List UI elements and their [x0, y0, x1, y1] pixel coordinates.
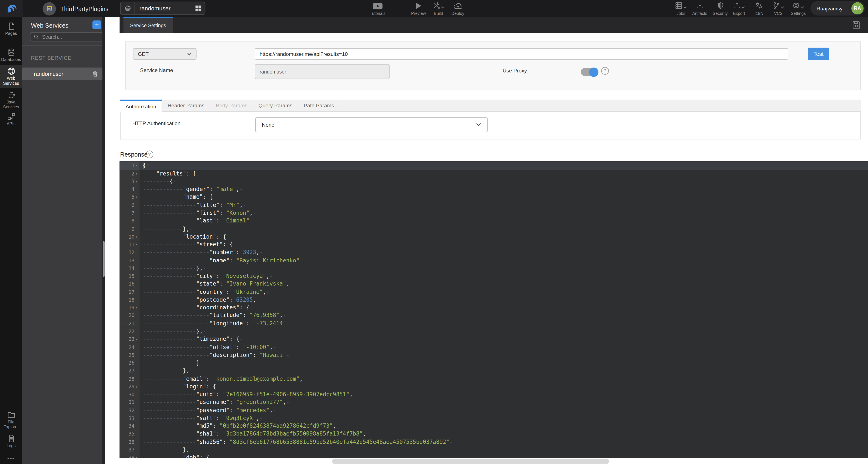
sidebar-overflow-button[interactable]: ••• [0, 456, 22, 462]
web-services-panel: Web Services + REST SERVICE randomuser [22, 17, 103, 464]
code-line: 25--------------------"description": "Ha… [120, 351, 868, 359]
sidebar-item-web-services[interactable]: Web Services [0, 65, 22, 88]
code-line: 1▾{- [120, 162, 868, 170]
code-line: 15----------------"city": "Novoselicya",… [120, 272, 868, 280]
code-line: 19▾----------------"coordinates": {- [120, 304, 868, 312]
tab-path-params[interactable]: Path Params [297, 100, 340, 112]
grid-icon[interactable] [195, 5, 201, 11]
service-list-item[interactable]: randomuser [22, 68, 103, 80]
tutorials-button[interactable]: Tutorials [362, 1, 394, 16]
user-name: Raajvamsy [816, 5, 842, 11]
use-proxy-label: Use Proxy [503, 68, 527, 74]
trash-icon[interactable] [92, 70, 98, 77]
fold-arrow-icon: ▾ [134, 241, 138, 248]
code-line: 23▾----------------"timezone": {- [120, 335, 868, 343]
folder-icon [0, 411, 22, 419]
avatar: RA [851, 2, 864, 14]
top-bar: ThirdPartyPlugins randomuser [0, 0, 868, 17]
service-name-input[interactable] [255, 64, 390, 79]
project-switcher[interactable]: ThirdPartyPlugins [43, 0, 133, 17]
chevron-down-icon [800, 6, 804, 9]
chevron-down-icon [187, 52, 191, 56]
project-name: ThirdPartyPlugins [60, 5, 108, 12]
hammer-wrench-icon [432, 2, 440, 9]
http-method-select[interactable]: GET [133, 48, 196, 60]
cloud-upload-icon [442, 1, 474, 9]
tab-body-params[interactable]: Body Params [210, 100, 253, 112]
code-line: 17----------------"country": "Ukraine",- [120, 288, 868, 296]
code-line: 6----------------"title": "Mr",- [120, 201, 868, 209]
tab-header-params[interactable]: Header Params [162, 100, 210, 112]
code-line: 13--------------------"name": "Rayisi Ki… [120, 257, 868, 264]
tab-authorization[interactable]: Authorization [120, 100, 162, 112]
user-menu[interactable]: Raajvamsy RA [810, 1, 865, 15]
search-input[interactable] [41, 34, 99, 40]
globe-icon [125, 5, 131, 11]
deploy-button[interactable]: Deploy [442, 1, 474, 16]
code-line: 38▾------------"dob": {- [120, 454, 868, 457]
flowchart-icon [0, 112, 22, 121]
fold-arrow-icon: ▾ [134, 335, 138, 343]
sidebar-item-java-services[interactable]: Java Services [0, 89, 22, 112]
log-file-icon [0, 434, 22, 443]
help-icon[interactable]: ? [601, 67, 609, 74]
code-line: 9------------},- [120, 225, 868, 233]
code-line: 29▾------------"login": {- [120, 383, 868, 391]
service-name-label: Service Name [140, 67, 173, 73]
use-proxy-toggle[interactable] [581, 68, 597, 76]
fold-arrow-icon: ▾ [134, 162, 138, 170]
server-icon [675, 2, 682, 9]
panel-scrollbar[interactable] [102, 17, 105, 464]
param-tab-bar: Authorization Header Params Body Params … [120, 100, 861, 112]
service-name: randomuser [34, 70, 63, 77]
code-line: 31----------------"username": "greenlion… [120, 399, 868, 406]
code-line: 7----------------"first": "Konon",- [120, 209, 868, 217]
sidebar-item-pages[interactable]: Pages [0, 20, 22, 38]
tab-service-settings[interactable]: Service Settings [123, 17, 173, 33]
code-line: 2▾----"results": [- [120, 170, 868, 177]
request-url-input[interactable] [255, 48, 788, 60]
test-button[interactable]: Test [808, 47, 829, 60]
http-authentication-select[interactable]: None [255, 117, 488, 132]
sidebar-item-databases[interactable]: Databases [0, 46, 22, 64]
code-line: 12--------------------"number": 3923,- [120, 248, 868, 257]
tab-divider [134, 2, 135, 14]
code-line: 20--------------------"latitude": "76.93… [120, 312, 868, 320]
code-line: 30----------------"uuid": "7e166959-f51e… [120, 391, 868, 399]
panel-scrollbar-thumb[interactable] [103, 241, 104, 277]
search-box[interactable] [30, 32, 104, 41]
tab-bar-filler [340, 100, 861, 112]
toggle-knob [589, 67, 598, 76]
open-service-tab[interactable]: randomuser [120, 2, 205, 15]
open-tab-label: randomuser [140, 5, 195, 11]
sidebar-item-logs[interactable]: Logs [0, 432, 22, 451]
fold-arrow-icon: ▾ [134, 177, 138, 186]
brand-logo[interactable] [0, 0, 23, 17]
editor-tab-bar: Service Settings [120, 17, 868, 33]
app-window: ThirdPartyPlugins randomuser [0, 0, 868, 464]
tab-query-params[interactable]: Query Params [253, 100, 297, 112]
code-line: 33----------------"salt": "9wg3LcyX",- [120, 415, 868, 422]
code-line: 16----------------"state": "Ivano-Franki… [120, 280, 868, 288]
help-icon[interactable]: ? [146, 151, 153, 158]
save-floppy-icon[interactable] [852, 21, 861, 29]
fold-arrow-icon: ▾ [134, 170, 138, 177]
database-icon [0, 48, 22, 57]
settings-button[interactable]: Settings [782, 1, 814, 16]
project-icon [43, 2, 56, 15]
brand-logo-icon [5, 3, 18, 15]
chevron-down-icon [476, 123, 481, 127]
sidebar-item-file-explorer[interactable]: File Explorer [0, 408, 22, 431]
section-label: REST SERVICE [31, 55, 71, 61]
horizontal-scrollbar-thumb[interactable] [332, 459, 609, 463]
code-lines: 1▾{-2▾----"results": [-3▾--------{-4----… [120, 162, 868, 457]
add-service-button[interactable]: + [92, 21, 101, 29]
git-branch-icon [773, 2, 780, 9]
panel-title: Web Services [31, 22, 68, 29]
code-line: 32----------------"password": "mercedes"… [120, 406, 868, 414]
upload-icon [733, 2, 741, 9]
code-line: 18----------------"postcode": 63205,- [120, 296, 868, 304]
http-authentication-label: HTTP Authentication [132, 120, 181, 126]
sidebar-item-apis[interactable]: APIs [0, 110, 22, 129]
response-code-editor[interactable]: 1▾{-2▾----"results": [-3▾--------{-4----… [120, 161, 868, 457]
